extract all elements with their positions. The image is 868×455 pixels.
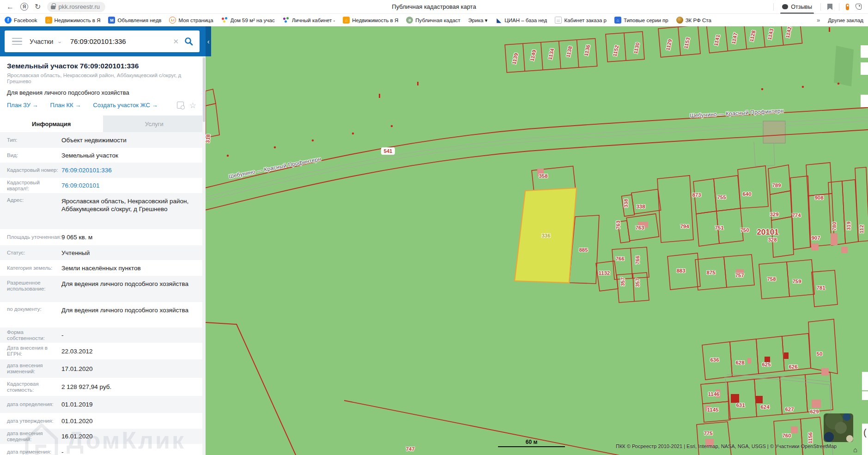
menu-icon[interactable] [12, 38, 22, 45]
info-value: Объект недвижимости [61, 136, 206, 144]
favorite-star-icon[interactable]: ☆ [189, 101, 196, 110]
info-value[interactable]: 76:09:020101:336 [61, 166, 206, 174]
bookmark-item[interactable]: LiМоя страница [169, 17, 213, 24]
back-icon[interactable]: ← [6, 3, 14, 11]
info-value: 9 065 кв. м [61, 233, 206, 241]
reviews-button[interactable]: Отзывы [780, 1, 814, 13]
cian-icon: ◣ [495, 17, 502, 24]
bookmark-item[interactable]: Эрика ▾ [468, 17, 488, 24]
parcel-link-1[interactable]: План КК → [50, 102, 81, 110]
parcel-number-label: 1132 [599, 270, 610, 276]
bookmark-item[interactable]: ⌂Недвижимость в Я [45, 17, 101, 24]
collections-icon[interactable] [856, 4, 862, 10]
bookmark-icon[interactable] [827, 4, 832, 10]
zoom-to-parcel-icon[interactable] [177, 102, 184, 109]
parcel-number-label: 112 [859, 225, 864, 234]
bookmark-item[interactable]: ЗК РФ Ста [676, 17, 711, 24]
info-label: Статус: [0, 250, 61, 256]
bookmarks-overflow-chevron[interactable]: » [817, 17, 820, 24]
chrome-right-controls: Отзывы [773, 1, 862, 13]
doc-icon [555, 17, 562, 24]
info-value: Учтенный [61, 249, 206, 257]
parcel-number-label: 336 [541, 233, 550, 238]
tab-услуги[interactable]: Услуги [103, 115, 206, 132]
info-value: - [61, 448, 206, 455]
info-row: Площадь уточненная:9 065 кв. м [0, 229, 206, 245]
info-label: Кадастровый квартал!: [0, 180, 61, 192]
search-icon[interactable] [184, 37, 193, 46]
bookmark-item[interactable]: МОбъявления недв [108, 17, 161, 24]
parcel-number-label: 908 [814, 195, 823, 200]
parcel-number-label: 631 [736, 402, 745, 408]
info-label: по документу: [0, 302, 61, 312]
parcel-number-label: 319 [846, 221, 851, 230]
search-category-label: Участки [30, 38, 53, 45]
search-input[interactable] [70, 37, 149, 45]
panel-scrollbar[interactable] [202, 56, 206, 455]
bookmark-item[interactable]: ◣ЦИАН – база нед [495, 17, 547, 24]
parcel-link-2[interactable]: Создать участок ЖС → [93, 102, 158, 110]
edge-control[interactable] [862, 391, 868, 400]
parcel-number-label: 1145 [707, 407, 719, 413]
parcel-number-label: 328 [768, 237, 777, 243]
bookmark-item[interactable]: Кабинет заказа р [555, 17, 606, 24]
home-icon[interactable]: ⌂ [853, 446, 857, 454]
info-value[interactable]: 76:09:020101 [61, 182, 206, 189]
cadastral-map[interactable]: 1139114911341138113611521130112911531141… [206, 26, 868, 455]
info-row: по документу:Для ведения личного подсобн… [0, 302, 206, 328]
parcel-number-label: 781 [816, 285, 825, 291]
parcel-number-label: 789 [772, 182, 781, 188]
bookmark-item[interactable]: ⌂Недвижимость в Я [343, 17, 398, 24]
house-orange-icon: ⌂ [45, 17, 52, 24]
panel-tabs: ИнформацияУслуги [0, 115, 206, 132]
browser-logo-icon[interactable]: Я [20, 3, 28, 11]
info-row: Тип:Объект недвижимости [0, 132, 206, 148]
parcel-number-label: 338 [623, 199, 629, 207]
parcel-usage: Для ведения личного подсобного хозяйства [7, 89, 199, 96]
search-category-dropdown[interactable]: Участки ⌄ [30, 38, 62, 45]
parcel-number-label: 624 [760, 404, 769, 410]
tab-информация[interactable]: Информация [0, 115, 103, 132]
clear-search-icon[interactable]: ✕ [173, 37, 179, 46]
info-value: 22.03.2012 [61, 347, 206, 355]
bookmark-item[interactable]: fFacebook [5, 17, 37, 24]
edge-control[interactable] [862, 372, 868, 390]
reload-icon[interactable]: ↻ [35, 2, 41, 11]
bookmark-item[interactable]: Дом 59 м² на учас [221, 17, 275, 24]
scale-text: 60 м [498, 439, 565, 445]
info-row: дата внесения изменений:17.01.2020 [0, 359, 206, 378]
bookmark-item[interactable]: Личный кабинет - [283, 17, 335, 24]
browser-chrome: ← Я ↻ pkk.rosreestr.ru Публичная кадастр… [0, 0, 868, 14]
address-bar[interactable]: pkk.rosreestr.ru [47, 2, 105, 12]
other-bookmarks-button[interactable]: Другие заклад [828, 18, 863, 23]
dots-b-icon [283, 17, 290, 24]
bookmark-label: Недвижимость в Я [55, 18, 101, 23]
basemap-thumbnail[interactable] [824, 413, 853, 442]
search-band: Участки ⌄ ✕ ‹ [0, 26, 211, 56]
edge-glyph: ( [863, 427, 867, 438]
parcel-number-label: 640 [742, 191, 751, 197]
parcel-number-label: 774 [792, 212, 801, 218]
info-label: Дата внесения в ЕГРН: [0, 345, 61, 357]
bookmark-item[interactable]: Публичная кадаст [406, 17, 460, 24]
info-label: дата определения: [0, 401, 61, 407]
bookmark-label: ЗК РФ Ста [686, 18, 711, 23]
dots-a-icon [221, 17, 228, 24]
info-row: Форма собственности:- [0, 328, 206, 343]
info-label: Категория земель: [0, 265, 61, 271]
protect-icon[interactable] [846, 4, 849, 10]
bookmark-label: Публичная кадаст [415, 18, 460, 23]
parcel-number-label: 357 [620, 277, 625, 286]
parcel-link-0[interactable]: План ЗУ → [7, 102, 38, 110]
search-bar: Участки ⌄ ✕ [5, 30, 200, 52]
parcel-number-label: 875 [706, 270, 715, 275]
info-value: Ярославская область, Некрасовский район,… [61, 193, 206, 213]
edge-tile [861, 62, 868, 75]
bookmark-item[interactable]: ⌂Типовые серии пр [614, 17, 668, 24]
quarter-number-label: 20101 [757, 228, 778, 237]
info-value: Для ведения личного подсобного хозяйства [61, 302, 206, 314]
reviews-label: Отзывы [791, 4, 812, 10]
info-label: дата утверждения: [0, 418, 61, 424]
info-value: 01.01.2020 [61, 417, 206, 425]
collapse-panel-button[interactable]: ‹ [206, 26, 211, 56]
